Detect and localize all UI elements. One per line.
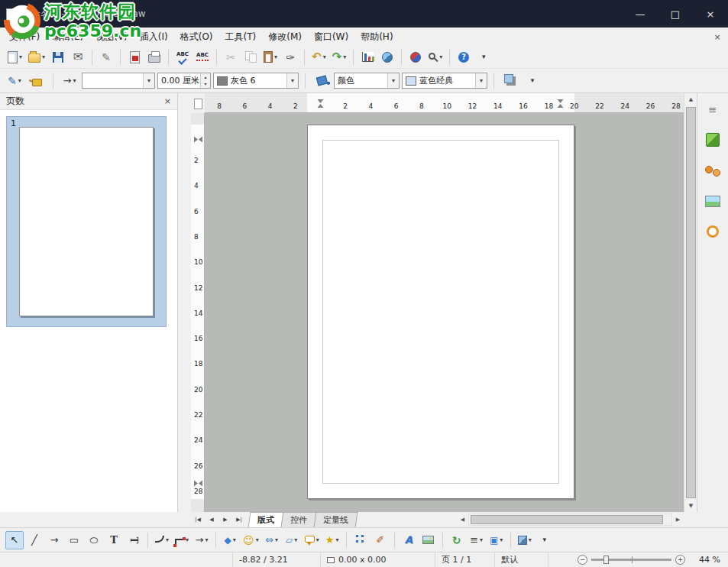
autospellcheck-button[interactable]: ABC	[193, 48, 212, 66]
dropdown-arrow-icon[interactable]: ▾	[143, 73, 154, 88]
right-margin-marker[interactable]	[558, 99, 565, 108]
align-button[interactable]: ≡▾	[468, 531, 486, 549]
page-thumbnail[interactable]: 1	[6, 116, 167, 327]
menu-format[interactable]: 格式(O)	[174, 28, 219, 46]
more-draw-button[interactable]: ▾	[535, 531, 554, 549]
fill-format-button[interactable]	[28, 72, 46, 90]
arrow-button[interactable]: →	[45, 531, 63, 549]
spin-down-icon[interactable]: ▾	[201, 81, 210, 89]
minimize-button[interactable]: —	[623, 0, 658, 28]
scroll-down-icon[interactable]: ▼	[684, 500, 697, 512]
panel-splitter[interactable]	[178, 93, 191, 512]
layer-tab-controls[interactable]: 控件	[281, 512, 317, 527]
sidebar-tab-sidebar-toggle[interactable]: ≡	[702, 99, 723, 119]
glue-points-button[interactable]: ✐	[371, 531, 390, 549]
select-button[interactable]: ↖	[5, 531, 24, 549]
export-pdf-button[interactable]	[125, 48, 144, 66]
paintbrush-button[interactable]: ✑	[281, 48, 299, 66]
status-page-number[interactable]: 页 1 / 1	[435, 552, 495, 567]
text-button[interactable]: T	[105, 531, 123, 549]
layer-nav-last-button[interactable]: ▶|	[233, 514, 245, 526]
callouts-button[interactable]: ▾	[303, 531, 322, 549]
rotate-button[interactable]: ↻	[448, 531, 466, 549]
edit-file-button[interactable]: ✎	[97, 48, 115, 66]
spin-up-icon[interactable]: ▴	[201, 73, 210, 81]
connector-button[interactable]: ▾	[173, 531, 191, 549]
lines-arrows-button[interactable]: →▾	[193, 531, 211, 549]
horizontal-scroll-track[interactable]	[468, 514, 672, 526]
scroll-left-icon[interactable]: ◀	[457, 514, 468, 526]
drawing-page[interactable]	[307, 125, 574, 499]
menu-tools[interactable]: 工具(T)	[219, 28, 263, 46]
line-button[interactable]: ╱	[25, 531, 44, 549]
pages-panel-close-icon[interactable]: ×	[164, 96, 171, 106]
more-std-button[interactable]: ▾	[474, 48, 493, 66]
status-zoom-value[interactable]: 44 %	[691, 555, 728, 565]
layer-nav-next-button[interactable]: ▶	[219, 514, 231, 526]
cut-button[interactable]: ✂	[222, 48, 240, 66]
scroll-up-icon[interactable]: ▲	[684, 93, 697, 105]
from-file-button[interactable]	[419, 531, 438, 549]
layer-tab-measure[interactable]: 定量线	[314, 512, 358, 527]
zoom-button[interactable]: ▾	[426, 48, 445, 66]
vertical-scrollbar[interactable]: ▲ ▼	[684, 93, 697, 512]
zoom-out-button[interactable]: −	[578, 555, 587, 565]
bottom-margin-marker[interactable]	[194, 481, 202, 488]
basic-shapes-button[interactable]: ◆▾	[221, 531, 239, 549]
dropdown-arrow-icon[interactable]: ▾	[387, 73, 399, 88]
horizontal-scroll-thumb[interactable]	[471, 515, 663, 524]
symbol-shapes-button[interactable]: ☺▾	[241, 531, 261, 549]
block-arrows-button[interactable]: ⇔▾	[263, 531, 281, 549]
arrange-button[interactable]: ▣▾	[487, 531, 506, 549]
copy-button[interactable]	[241, 48, 260, 66]
sidebar-tab-shapes[interactable]	[702, 191, 723, 211]
close-button[interactable]: ×	[693, 0, 728, 28]
line-toolbar-more-button[interactable]: ▾	[523, 72, 542, 90]
dropdown-arrow-icon[interactable]: ▾	[286, 73, 298, 88]
layer-tab-layout[interactable]: 版式	[248, 512, 284, 527]
line-width-input[interactable]: 0.00 厘米 ▴ ▾	[157, 73, 211, 89]
extrusion-button[interactable]: ▾	[516, 531, 534, 549]
open-button[interactable]: ▾	[26, 48, 47, 66]
menu-help[interactable]: 帮助(H)	[354, 28, 399, 46]
status-page-style[interactable]: 默认	[495, 552, 548, 567]
menu-insert[interactable]: 插入(I)	[134, 28, 174, 46]
dropdown-arrow-icon[interactable]: ▾	[475, 73, 487, 88]
redo-button[interactable]: ↷▾	[330, 48, 349, 66]
email-button[interactable]: ✉	[69, 48, 87, 66]
sidebar-tab-gallery[interactable]	[702, 160, 723, 180]
horizontal-scrollbar[interactable]: ◀ ▶	[457, 512, 684, 527]
sidebar-tab-properties[interactable]	[702, 130, 723, 150]
flowchart-button[interactable]: ▱▾	[283, 531, 301, 549]
ellipse-button[interactable]: ○	[85, 531, 103, 549]
area-color-select[interactable]: 蓝色经典 ▾	[402, 73, 487, 89]
navigator-button[interactable]	[406, 48, 425, 66]
styles-button[interactable]: ✎ ▾	[5, 72, 24, 90]
vertical-scroll-thumb[interactable]	[686, 107, 696, 498]
drawing-canvas[interactable]	[205, 113, 684, 512]
print-button[interactable]	[145, 48, 163, 66]
area-style-select[interactable]: 颜色 ▾	[334, 73, 400, 89]
new-button[interactable]: ▾	[5, 48, 24, 66]
menu-view[interactable]: 视图(V)	[89, 28, 134, 46]
layer-nav-first-button[interactable]: |◀	[192, 514, 204, 526]
curve-button[interactable]: ▾	[153, 531, 171, 549]
vertical-ruler[interactable]: 246810121416182022242628	[191, 113, 205, 512]
menu-file[interactable]: 文件(F)	[3, 28, 46, 46]
top-margin-marker[interactable]	[194, 137, 202, 144]
horizontal-ruler[interactable]: 8642246810121416182022242628	[205, 93, 684, 113]
vertical-text-button[interactable]: T	[125, 531, 143, 549]
menu-window[interactable]: 窗口(W)	[308, 28, 354, 46]
area-style-button[interactable]	[312, 72, 331, 90]
spellcheck-button[interactable]: ABC	[173, 48, 192, 66]
menu-edit[interactable]: 编辑(E)	[46, 28, 89, 46]
left-margin-marker[interactable]	[318, 99, 325, 108]
sidebar-tab-navigator[interactable]	[702, 222, 723, 241]
fontwork-button[interactable]: A	[400, 531, 418, 549]
chart-button[interactable]	[358, 48, 377, 66]
rectangle-button[interactable]: ▭	[65, 531, 83, 549]
save-button[interactable]	[49, 48, 67, 66]
shadow-button[interactable]	[501, 72, 519, 90]
zoom-slider-thumb[interactable]	[603, 556, 609, 564]
help-button[interactable]: ?	[455, 48, 473, 66]
